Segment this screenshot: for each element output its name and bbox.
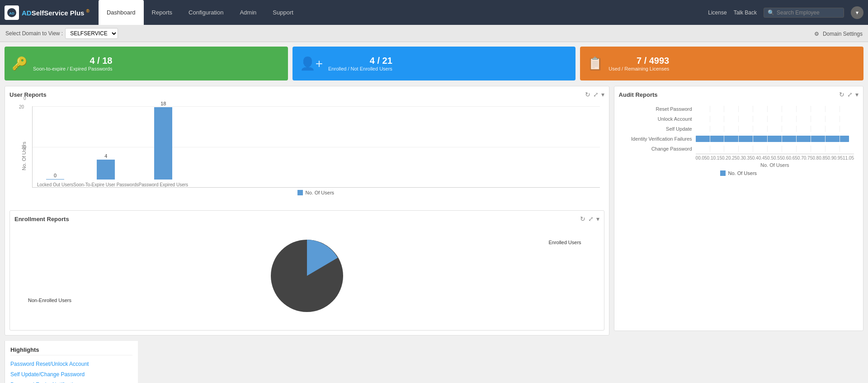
audit-label-reset: Reset Password xyxy=(623,106,696,112)
audit-legend-label: No. Of Users xyxy=(728,170,757,176)
audit-label-unlock: Unlock Account xyxy=(623,116,696,122)
enrollment-chart-actions xyxy=(580,215,599,222)
audit-header: Audit Reports xyxy=(619,91,859,98)
bar-label-expire: Soon-To-Expire User Passwords xyxy=(73,182,139,187)
hl-link-1[interactable]: Self Update/Change Password xyxy=(10,369,132,380)
bar-label-locked: Locked Out Users xyxy=(37,182,73,187)
chart-actions xyxy=(585,91,604,98)
license-icon: 📋 xyxy=(587,56,603,71)
user-plus-icon: 👤+ xyxy=(300,56,323,71)
audit-title: Audit Reports xyxy=(619,91,839,98)
audit-row-ivf: Identity Verification Failures xyxy=(623,134,854,144)
user-avatar[interactable]: ▾ xyxy=(851,6,863,19)
content-area: 🔑 4 / 18 Soon-to-expire / Expired Passwo… xyxy=(0,42,868,383)
more-icon-a[interactable] xyxy=(855,91,859,98)
main-nav: Dashboard Reports Configuration Admin Su… xyxy=(99,0,302,25)
stat-card-passwords[interactable]: 🔑 4 / 18 Soon-to-expire / Expired Passwo… xyxy=(5,47,288,80)
license-link[interactable]: License xyxy=(708,9,726,16)
gear-icon: ⚙ xyxy=(814,31,819,37)
logo-text: ADSelfService Plus ® xyxy=(22,9,90,17)
refresh-icon-e[interactable] xyxy=(580,215,585,222)
secondary-nav: Select Domain to View : SELFSERVICE ⚙ Do… xyxy=(0,25,868,42)
audit-bar-container-selfupdate xyxy=(696,126,854,132)
tab-dashboard[interactable]: Dashboard xyxy=(99,0,144,25)
bar-val-expire: 4 xyxy=(104,153,107,159)
settings-icon[interactable]: ⚙ Domain Settings xyxy=(814,28,863,38)
expand-icon[interactable] xyxy=(593,91,599,98)
tab-admin[interactable]: Admin xyxy=(231,0,264,25)
audit-row-resetpwd: Reset Password xyxy=(623,104,854,114)
audit-reports-panel: Audit Reports Reset Password xyxy=(614,86,863,331)
user-reports-legend: No. Of Users xyxy=(32,190,600,195)
licenses-ratio: 7 / 4993 xyxy=(609,56,669,66)
bar-group-expire: 4 Soon-To-Expire User Passwords xyxy=(73,153,139,187)
topbar: AD ADSelfService Plus ® Dashboard Report… xyxy=(0,0,868,25)
bar-val-locked: 0 xyxy=(54,173,57,178)
legend-box xyxy=(297,190,303,195)
audit-bar-container-unlock xyxy=(696,116,854,122)
stat-info-enrolled: 4 / 21 Enrolled / Not Enrolled Users xyxy=(328,56,392,71)
topbar-right: License Talk Back 🔍 ▾ xyxy=(708,6,863,19)
audit-legend: No. Of Users xyxy=(623,170,854,176)
hl-link-0[interactable]: Password Reset/Unlock Account xyxy=(10,359,132,369)
audit-bar-container-changepwd xyxy=(696,146,854,152)
search-icon: 🔍 xyxy=(768,9,774,16)
enrollment-header: Enrollment Reports xyxy=(14,215,599,222)
stat-cards: 🔑 4 / 18 Soon-to-expire / Expired Passwo… xyxy=(5,47,863,80)
enrolled-ratio: 4 / 21 xyxy=(328,56,392,66)
main-layout: 🔑 4 / 18 Soon-to-expire / Expired Passwo… xyxy=(0,42,868,383)
bar-expired xyxy=(154,107,172,180)
tab-reports[interactable]: Reports xyxy=(144,0,181,25)
more-icon[interactable] xyxy=(601,91,604,98)
audit-x-title: No. Of Users xyxy=(696,162,854,168)
audit-bar-container-reset xyxy=(696,106,854,112)
hl-link-2[interactable]: Password Expiry Notification xyxy=(10,380,132,383)
passwords-ratio: 4 / 18 xyxy=(33,56,112,66)
logo-icon: AD xyxy=(5,5,19,20)
tab-support[interactable]: Support xyxy=(264,0,302,25)
refresh-icon[interactable] xyxy=(585,91,590,98)
logo: AD ADSelfService Plus ® xyxy=(5,5,90,20)
stat-info-licenses: 7 / 4993 Used / Remaining Licenses xyxy=(609,56,669,71)
audit-label-changepwd: Change Password xyxy=(623,146,696,151)
highlights-section: Highlights Password Reset/Unlock Account… xyxy=(10,346,132,383)
tab-configuration[interactable]: Configuration xyxy=(180,0,231,25)
audit-row-unlock: Unlock Account xyxy=(623,114,854,124)
talkback-link[interactable]: Talk Back xyxy=(734,9,757,16)
passwords-label: Soon-to-expire / Expired Passwords xyxy=(33,66,112,71)
domain-select[interactable]: SELFSERVICE xyxy=(65,28,118,39)
more-icon-e[interactable] xyxy=(596,215,599,222)
charts-row: User Reports No. Of Users 20 xyxy=(5,86,863,336)
expand-icon-e[interactable] xyxy=(588,215,594,222)
domain-settings-label: Domain Settings xyxy=(823,31,863,37)
stat-card-licenses[interactable]: 📋 7 / 4993 Used / Remaining Licenses xyxy=(580,47,863,80)
enrollment-reports-panel: Enrollment Reports Enrolle xyxy=(9,210,604,331)
enrolled-label: Enrolled Users xyxy=(548,240,581,245)
search-box: 🔍 xyxy=(764,8,844,18)
search-input[interactable] xyxy=(777,9,840,16)
audit-legend-box xyxy=(720,170,726,176)
key-icon: 🔑 xyxy=(12,56,28,71)
audit-x-labels: 00.050.10.150.20.250.30.350.40.450.50.55… xyxy=(696,156,854,161)
bar-val-expired: 18 xyxy=(160,101,166,106)
licenses-label: Used / Remaining Licenses xyxy=(609,66,669,71)
bar-group-locked: 0 Locked Out Users xyxy=(37,173,73,187)
right-sidebar: Highlights Password Reset/Unlock Account… xyxy=(5,341,138,383)
bar-group-expired: 18 Password Expired Users xyxy=(139,101,188,187)
enrolled-label: Enrolled / Not Enrolled Users xyxy=(328,66,392,71)
bar-label-expired: Password Expired Users xyxy=(139,182,188,187)
audit-row-selfupdate: Self Update xyxy=(623,124,854,134)
domain-label: Select Domain to View : xyxy=(5,30,63,37)
refresh-icon-a[interactable] xyxy=(839,91,844,98)
stat-card-enrolled[interactable]: 👤+ 4 / 21 Enrolled / Not Enrolled Users xyxy=(292,47,576,80)
audit-bar-container-ivf xyxy=(696,136,854,142)
bar-locked xyxy=(46,179,64,180)
legend-label: No. Of Users xyxy=(305,190,334,195)
audit-label-ivf: Identity Verification Failures xyxy=(623,136,696,142)
highlights-title: Highlights xyxy=(10,346,132,355)
audit-label-selfupdate: Self Update xyxy=(623,126,696,132)
audit-row-changepwd: Change Password xyxy=(623,144,854,154)
audit-chart-actions xyxy=(839,91,859,98)
svg-text:AD: AD xyxy=(9,11,14,15)
expand-icon-a[interactable] xyxy=(847,91,853,98)
